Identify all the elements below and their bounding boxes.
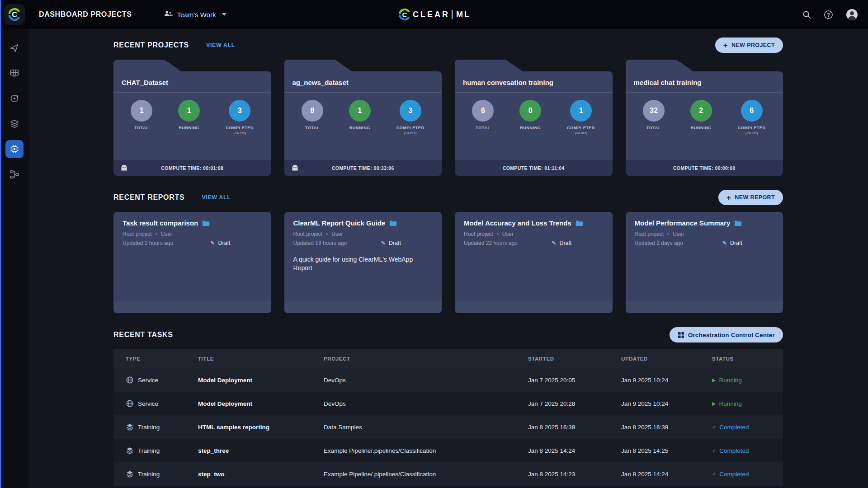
svg-text:C: C <box>402 11 407 19</box>
task-row[interactable]: Training step_two Example Pipeline/.pipe… <box>113 462 783 486</box>
report-title: Model Accuracy and Loss Trends <box>464 219 571 227</box>
task-updated: Jan 9 2025 10:24 <box>621 400 712 407</box>
user-menu-button[interactable] <box>846 9 858 21</box>
sidebar-item-pipelines[interactable] <box>5 165 24 183</box>
sidebar <box>0 29 29 488</box>
brand-logo: C CLEAR ML <box>397 0 471 29</box>
projects-view-all-link[interactable]: VIEW ALL <box>206 42 235 48</box>
completed-label: COMPLETED <box>738 126 766 130</box>
globe-icon <box>126 376 134 384</box>
task-row[interactable]: Training step_three Example Pipeline/.pi… <box>113 439 783 462</box>
task-row[interactable]: Service Model Deployment DevOps Jan 7 20… <box>113 392 783 415</box>
project-card[interactable]: medical chat training 32 TOTAL 2 RUNNING <box>626 60 783 176</box>
report-title: Task result comparison <box>123 219 198 227</box>
task-type-cell: Training <box>126 423 198 431</box>
project-title: medical chat training <box>626 71 783 93</box>
orchestration-control-center-button[interactable]: Orchestration Control Center <box>670 327 783 343</box>
running-label: RUNNING <box>520 126 541 130</box>
column-header[interactable]: STARTED <box>528 356 621 361</box>
project-card[interactable]: CHAT_Dataset 1 TOTAL 1 RUNNING 3 <box>113 60 271 176</box>
project-card[interactable]: human convesation training 6 TOTAL 0 RUN… <box>455 60 613 176</box>
pencil-icon: ✎ <box>552 240 556 246</box>
project-card[interactable]: ag_news_dataset 8 TOTAL 1 RUNNING <box>284 60 442 176</box>
completed-label: COMPLETED <box>396 126 425 130</box>
report-status: Draft <box>730 240 742 246</box>
task-status: Completed <box>719 471 749 478</box>
report-card[interactable]: Model Performance Summary Root project U… <box>626 212 783 313</box>
task-project: Example Pipeline/.pipelines/Classificati… <box>324 447 528 454</box>
report-card[interactable]: ClearML Report Quick Guide Root project … <box>284 212 442 313</box>
column-header[interactable]: TYPE <box>126 356 198 361</box>
sidebar-item-workers[interactable] <box>5 64 24 82</box>
dot-separator <box>497 233 499 235</box>
sidebar-item-experiments[interactable] <box>5 89 24 108</box>
task-type: Training <box>138 447 160 454</box>
total-label: TOTAL <box>476 126 490 130</box>
new-project-button[interactable]: + NEW PROJECT <box>715 38 783 53</box>
running-label: RUNNING <box>691 126 712 130</box>
task-status: Completed <box>719 424 749 431</box>
column-header[interactable]: TITLE <box>198 356 324 361</box>
report-project: Root project <box>293 231 323 237</box>
task-project: Example Pipeline/.pipelines/Classificati… <box>324 471 528 478</box>
report-description: A quick guide for using ClearML's WebApp… <box>293 255 433 272</box>
orchestration-label: Orchestration Control Center <box>688 332 775 338</box>
report-updated: Updated 22 hours ago <box>464 240 518 246</box>
search-button[interactable] <box>802 10 811 19</box>
plus-icon: + <box>726 194 731 202</box>
app-logo[interactable]: C <box>0 0 29 29</box>
task-row[interactable]: Service Model Deployment DevOps Jan 7 20… <box>113 368 783 392</box>
task-updated: Jan 8 2025 14:25 <box>621 447 712 454</box>
task-title: Model Deployment <box>198 377 324 384</box>
task-row[interactable]: Training HTML samples reporting Data Sam… <box>113 415 783 439</box>
column-header[interactable]: UPDATED <box>621 356 712 361</box>
completed-window-label: (24 hrs) <box>404 131 417 135</box>
new-report-button[interactable]: + NEW REPORT <box>718 190 783 205</box>
brand-ml-label: ML <box>456 10 471 19</box>
status-icon: ▶ <box>712 377 716 383</box>
running-count-badge: 1 <box>349 100 371 122</box>
report-card[interactable]: Task result comparison Root project User… <box>113 212 271 313</box>
column-header[interactable]: STATUS <box>712 356 771 361</box>
report-updated: Updated 19 hours ago <box>293 240 347 246</box>
experiments-icon <box>9 94 19 103</box>
sidebar-item-datasets[interactable] <box>5 115 24 133</box>
running-label: RUNNING <box>349 126 370 130</box>
folder-icon <box>389 220 397 226</box>
ghost-icon <box>120 164 128 174</box>
avatar-icon <box>846 9 858 21</box>
layers-icon <box>126 470 134 478</box>
compute-time: COMPUTE TIME: 01:11:04 <box>503 165 565 171</box>
column-header[interactable]: PROJECT <box>324 356 528 361</box>
completed-count-badge: 1 <box>570 100 592 122</box>
help-button[interactable]: ? <box>824 10 833 19</box>
folder-tab <box>113 60 181 71</box>
report-status: Draft <box>218 240 230 246</box>
report-status-badge: ✎ Draft <box>552 240 571 246</box>
page-title[interactable]: DASHBOARD PROJECTS <box>39 10 132 19</box>
report-status-badge: ✎ Draft <box>381 240 401 246</box>
workspace-selector[interactable]: Team's Work <box>164 10 227 19</box>
report-card[interactable]: Model Accuracy and Loss Trends Root proj… <box>455 212 613 313</box>
ghost-icon <box>291 164 299 174</box>
running-count-badge: 2 <box>690 100 712 122</box>
dot-separator <box>326 233 328 235</box>
completed-window-label: (24 hrs) <box>233 131 246 135</box>
grid-icon <box>678 332 684 338</box>
task-status-cell: ✓ Completed <box>712 471 771 478</box>
report-title: Model Performance Summary <box>635 219 731 227</box>
compute-time: COMPUTE TIME: 00:33:06 <box>332 165 394 171</box>
folder-tab <box>455 60 523 71</box>
sidebar-item-applications[interactable] <box>5 140 24 158</box>
folder-tab <box>626 60 693 71</box>
task-title: step_two <box>198 471 324 478</box>
report-updated: Updated 2 days ago <box>635 240 683 246</box>
total-count-badge: 32 <box>643 100 665 122</box>
reports-view-all-link[interactable]: VIEW ALL <box>202 194 231 201</box>
completed-label: COMPLETED <box>226 126 254 130</box>
report-user: User <box>161 231 172 237</box>
total-count-badge: 8 <box>302 100 323 122</box>
team-icon <box>164 10 173 19</box>
sidebar-item-projects[interactable] <box>5 39 24 57</box>
task-type: Training <box>138 424 160 431</box>
